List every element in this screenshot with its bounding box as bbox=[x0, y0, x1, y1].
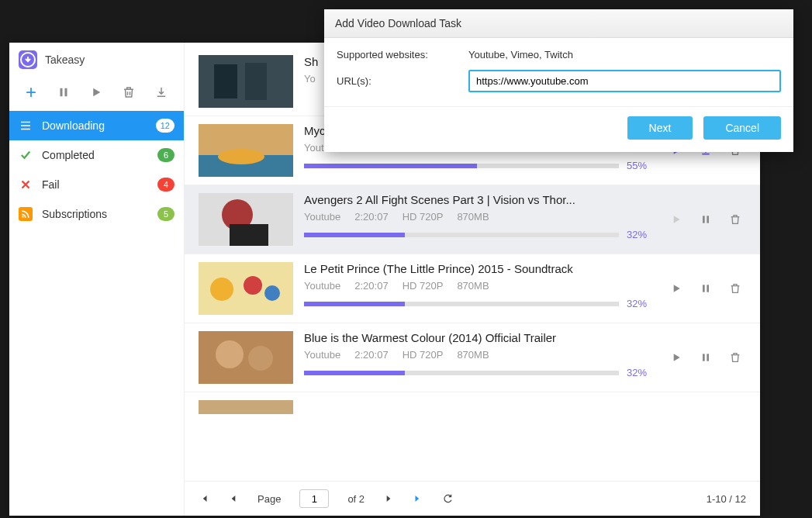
play-button[interactable] bbox=[665, 278, 687, 299]
nav-fail[interactable]: Fail 4 bbox=[9, 170, 184, 199]
dialog-footer: Next Cancel bbox=[324, 106, 793, 152]
play-all-button[interactable] bbox=[81, 80, 112, 105]
download-title: Le Petit Prince (The Little Prince) 2015… bbox=[304, 262, 655, 275]
nav-completed[interactable]: Completed 6 bbox=[9, 140, 184, 170]
delete-all-button[interactable] bbox=[113, 80, 144, 105]
app-header: Takeasy bbox=[9, 43, 184, 77]
svg-rect-25 bbox=[707, 354, 709, 361]
download-size: 870MB bbox=[457, 280, 489, 292]
progress: 32% bbox=[304, 298, 655, 309]
pause-all-button[interactable] bbox=[48, 80, 79, 105]
svg-rect-6 bbox=[245, 63, 267, 100]
svg-rect-19 bbox=[703, 285, 705, 292]
cancel-button[interactable]: Cancel bbox=[703, 116, 781, 140]
nav-badge: 5 bbox=[157, 207, 174, 221]
download-row[interactable]: Avengers 2 All Fight Scenes Part 3 | Vis… bbox=[185, 185, 760, 254]
download-info: Blue is the Warmest Colour (2014) Offici… bbox=[304, 331, 655, 384]
pause-button[interactable] bbox=[695, 278, 717, 299]
svg-rect-20 bbox=[707, 285, 709, 292]
svg-rect-21 bbox=[199, 331, 293, 384]
svg-point-17 bbox=[244, 276, 262, 295]
app-name: Takeasy bbox=[45, 54, 85, 66]
download-duration: 2:20:07 bbox=[354, 211, 388, 223]
pause-button[interactable] bbox=[695, 347, 717, 368]
thumbnail bbox=[199, 262, 293, 315]
dialog-title: Add Video Download Task bbox=[324, 9, 793, 38]
row-actions bbox=[665, 331, 746, 384]
app-logo-icon bbox=[19, 50, 37, 69]
prev-page-button[interactable] bbox=[228, 493, 239, 504]
svg-point-23 bbox=[248, 346, 273, 371]
dialog-body: Supported websites: Youtube, Vimeo, Twit… bbox=[324, 38, 793, 106]
nav-badge: 12 bbox=[156, 119, 174, 133]
nav-badge: 6 bbox=[157, 148, 174, 162]
add-button[interactable]: + bbox=[16, 80, 47, 105]
page-input[interactable] bbox=[299, 489, 329, 508]
delete-button[interactable] bbox=[724, 347, 746, 368]
rss-icon bbox=[19, 207, 33, 221]
progress: 55% bbox=[304, 160, 655, 171]
download-row[interactable]: Le Petit Prince (The Little Prince) 2015… bbox=[185, 254, 760, 323]
download-duration: 2:20:07 bbox=[354, 349, 388, 361]
last-page-button[interactable] bbox=[413, 493, 423, 504]
supported-label: Supported websites: bbox=[337, 49, 468, 60]
nav-downloading[interactable]: Downloading 12 bbox=[9, 111, 184, 140]
progress-percent: 55% bbox=[627, 160, 655, 171]
page-range: 1-10 / 12 bbox=[707, 493, 746, 505]
svg-rect-24 bbox=[703, 354, 705, 361]
download-source: Yo bbox=[304, 73, 316, 85]
svg-rect-12 bbox=[230, 224, 268, 246]
url-row: URL(s): bbox=[337, 70, 781, 92]
next-page-button[interactable] bbox=[383, 493, 394, 504]
first-page-button[interactable] bbox=[199, 493, 209, 504]
download-meta: Youtube 2:20:07 HD 720P 870MB bbox=[304, 211, 655, 223]
next-button[interactable]: Next bbox=[627, 116, 693, 140]
progress-bar bbox=[304, 371, 619, 375]
progress: 32% bbox=[304, 367, 655, 378]
page-of: of 2 bbox=[347, 493, 365, 505]
nav-label: Completed bbox=[42, 149, 148, 161]
thumbnail bbox=[199, 400, 293, 414]
thumbnail bbox=[199, 193, 293, 246]
play-button[interactable] bbox=[665, 347, 687, 368]
svg-point-16 bbox=[210, 278, 233, 301]
thumbnail bbox=[199, 55, 293, 108]
delete-button[interactable] bbox=[724, 209, 746, 230]
page-label: Page bbox=[257, 493, 281, 505]
pause-button[interactable] bbox=[695, 209, 717, 230]
row-actions bbox=[665, 262, 746, 315]
svg-point-22 bbox=[216, 340, 244, 368]
download-title: Avengers 2 All Fight Scenes Part 3 | Vis… bbox=[304, 193, 655, 206]
sidebar: Takeasy + Downloading 12 Completed 6 Fai… bbox=[9, 43, 185, 516]
svg-point-3 bbox=[22, 216, 23, 217]
supported-value: Youtube, Vimeo, Twitch bbox=[468, 49, 573, 60]
download-meta: Youtube 2:20:07 HD 720P 870MB bbox=[304, 280, 655, 292]
download-all-button[interactable] bbox=[146, 80, 177, 105]
nav-label: Fail bbox=[42, 178, 148, 191]
svg-rect-14 bbox=[707, 216, 709, 223]
download-title: Blue is the Warmest Colour (2014) Offici… bbox=[304, 331, 655, 344]
toolbar: + bbox=[9, 77, 184, 111]
nav-subscriptions[interactable]: Subscriptions 5 bbox=[9, 199, 184, 229]
download-info: Le Petit Prince (The Little Prince) 2015… bbox=[304, 262, 655, 315]
download-quality: HD 720P bbox=[403, 280, 444, 292]
supported-row: Supported websites: Youtube, Vimeo, Twit… bbox=[337, 49, 781, 60]
refresh-button[interactable] bbox=[442, 493, 453, 504]
row-actions bbox=[665, 193, 746, 246]
svg-rect-13 bbox=[703, 216, 705, 223]
delete-button[interactable] bbox=[724, 278, 746, 299]
download-row[interactable] bbox=[185, 392, 760, 414]
svg-rect-26 bbox=[199, 400, 293, 414]
download-source: Youtube bbox=[304, 349, 340, 361]
download-size: 870MB bbox=[457, 349, 489, 361]
download-duration: 2:20:07 bbox=[354, 280, 388, 292]
progress-percent: 32% bbox=[627, 298, 655, 309]
download-source: Youtube bbox=[304, 211, 340, 223]
svg-rect-2 bbox=[65, 88, 67, 97]
svg-rect-1 bbox=[60, 88, 63, 97]
download-size: 870MB bbox=[457, 211, 489, 223]
download-row[interactable]: Blue is the Warmest Colour (2014) Offici… bbox=[185, 323, 760, 392]
play-button[interactable] bbox=[665, 209, 687, 230]
url-input[interactable] bbox=[468, 70, 781, 92]
download-quality: HD 720P bbox=[403, 349, 444, 361]
